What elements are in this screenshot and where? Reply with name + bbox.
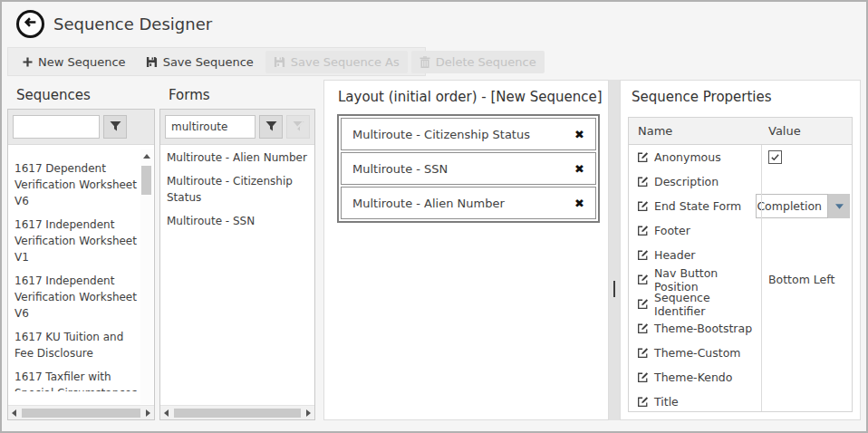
list-item[interactable]: 1617 Independent Verification Worksheet …	[14, 273, 140, 322]
property-name-cell[interactable]: Footer	[629, 224, 761, 237]
property-name-cell[interactable]: Theme-Kendo	[629, 370, 761, 384]
scroll-right-icon[interactable]	[306, 409, 311, 417]
forms-search-input[interactable]	[165, 115, 256, 139]
pencil-square-icon	[637, 274, 649, 285]
scrollbar-thumb[interactable]	[22, 409, 140, 418]
forms-clear-filter-button[interactable]	[286, 115, 310, 139]
property-name-cell[interactable]: Nav Button Position	[629, 266, 761, 293]
property-name-cell[interactable]: End State Form	[629, 199, 748, 213]
property-name-cell[interactable]: Theme-Bootstrap	[629, 322, 761, 335]
property-value-cell	[761, 150, 852, 164]
property-name-label: Description	[654, 175, 719, 188]
splitter-handle-icon[interactable]	[613, 281, 615, 297]
toolbar-button-label: Save Sequence	[163, 55, 254, 69]
save-sequence-as-button[interactable]: Save Sequence As	[265, 51, 408, 73]
sequences-horizontal-scrollbar[interactable]	[8, 405, 154, 419]
layout-item-label: Multiroute - SSN	[352, 162, 448, 176]
property-row: Nav Button PositionBottom Left	[629, 267, 852, 292]
dropdown-open-button[interactable]	[828, 194, 850, 218]
panel-splitter[interactable]	[609, 80, 620, 420]
property-row: Title	[629, 390, 852, 412]
property-name-cell[interactable]: Description	[629, 175, 761, 188]
toolbar-button-label: Delete Sequence	[436, 55, 536, 69]
clear-filter-icon	[293, 119, 304, 136]
back-arrow-icon	[23, 14, 38, 34]
pencil-square-icon	[637, 298, 649, 310]
pencil-square-icon	[637, 371, 649, 383]
sequences-filter-button[interactable]	[103, 115, 127, 139]
filter-icon	[265, 119, 277, 136]
property-row: Header	[629, 243, 852, 267]
property-name-cell[interactable]: Anonymous	[629, 150, 761, 164]
save-sequence-button[interactable]: Save Sequence	[138, 51, 262, 73]
property-row: End State FormCompletion	[629, 194, 852, 218]
check-icon	[770, 152, 780, 162]
remove-item-icon[interactable]: ✖	[574, 163, 584, 175]
scroll-left-icon[interactable]	[12, 409, 16, 417]
delete-sequence-button[interactable]: Delete Sequence	[411, 51, 545, 73]
property-name-label: Theme-Custom	[654, 346, 741, 360]
pencil-square-icon	[637, 347, 649, 359]
sequences-panel-title: Sequences	[16, 87, 91, 103]
layout-item[interactable]: Multiroute - Citizenship Status✖	[341, 118, 596, 150]
layout-panel: Layout (initial order) - [New Sequence] …	[323, 80, 609, 420]
checkbox[interactable]	[768, 150, 782, 164]
layout-item[interactable]: Multiroute - SSN✖	[341, 152, 596, 185]
forms-filter-button[interactable]	[259, 115, 283, 139]
sequence-properties-panel: Sequence Properties Name Value Anonymous…	[620, 80, 861, 420]
end-state-form-dropdown[interactable]: Completion	[756, 194, 850, 218]
property-name-label: Footer	[654, 224, 690, 237]
header: Sequence Designer	[16, 10, 212, 38]
toolbar: New SequenceSave SequenceSave Sequence A…	[7, 47, 426, 76]
property-name-label: Nav Button Position	[654, 266, 761, 293]
toolbar-button-label: Save Sequence As	[291, 55, 400, 69]
property-name-cell[interactable]: Theme-Custom	[629, 346, 761, 360]
property-value-cell: Completion	[748, 194, 852, 218]
list-item[interactable]: Multiroute - Citizenship Status	[167, 173, 313, 206]
scroll-left-icon[interactable]	[164, 409, 169, 417]
remove-item-icon[interactable]: ✖	[574, 197, 584, 209]
toolbar-button-label: New Sequence	[38, 55, 126, 69]
property-name-cell[interactable]: Sequence Identifier	[629, 291, 761, 318]
property-row: Theme-Custom	[629, 341, 852, 365]
list-item[interactable]: Multiroute - Alien Number	[167, 149, 313, 166]
sequence-designer-window: Sequence Designer New SequenceSave Seque…	[0, 0, 868, 433]
pencil-square-icon	[637, 200, 649, 212]
forms-horizontal-scrollbar[interactable]	[160, 405, 314, 419]
scroll-right-icon[interactable]	[146, 409, 150, 417]
property-row: Description	[629, 169, 852, 194]
list-item[interactable]: 1617 Dependent Verification Worksheet V6	[14, 160, 140, 209]
pencil-square-icon	[637, 322, 649, 334]
layout-item[interactable]: Multiroute - Alien Number✖	[341, 187, 596, 219]
property-row: Sequence Identifier	[629, 292, 852, 316]
layout-panel-title: Layout (initial order) - [New Sequence]	[338, 89, 603, 105]
back-button[interactable]	[16, 10, 44, 38]
remove-item-icon[interactable]: ✖	[574, 129, 584, 140]
property-name-cell[interactable]: Header	[629, 248, 761, 262]
property-row: Theme-Kendo	[629, 365, 852, 390]
sequences-vertical-scrollbar[interactable]	[140, 149, 153, 404]
filter-icon	[110, 119, 121, 136]
new-sequence-button[interactable]: New Sequence	[14, 51, 134, 73]
sequences-search-input[interactable]	[13, 115, 100, 139]
list-item-clipped[interactable]: V1	[14, 149, 140, 155]
sequences-list: V1 1617 Dependent Verification Worksheet…	[8, 145, 154, 391]
list-item[interactable]: Multiroute - SSN	[167, 213, 313, 229]
dropdown-arrow-icon	[835, 204, 844, 209]
list-item[interactable]: 1617 Independent Verification Worksheet …	[14, 216, 140, 265]
property-name-label: Theme-Bootstrap	[654, 322, 752, 335]
property-value-cell: Bottom Left	[761, 273, 852, 286]
scrollbar-thumb[interactable]	[141, 166, 151, 195]
scroll-up-icon[interactable]	[143, 154, 150, 159]
property-name-cell[interactable]: Title	[629, 395, 761, 409]
list-item[interactable]: 1617 KU Tuition and Fee Disclosure	[14, 329, 140, 361]
list-item[interactable]: 1617 Taxfiler with Special Circumstances	[14, 369, 140, 391]
layout-item-label: Multiroute - Citizenship Status	[352, 128, 530, 141]
pencil-square-icon	[637, 249, 649, 261]
property-name-label: Theme-Kendo	[654, 370, 732, 384]
pencil-square-icon	[637, 225, 649, 236]
property-row: Footer	[629, 218, 852, 243]
layout-item-label: Multiroute - Alien Number	[352, 197, 505, 210]
scrollbar-thumb[interactable]	[174, 409, 301, 418]
property-row: Theme-Bootstrap	[629, 316, 852, 341]
